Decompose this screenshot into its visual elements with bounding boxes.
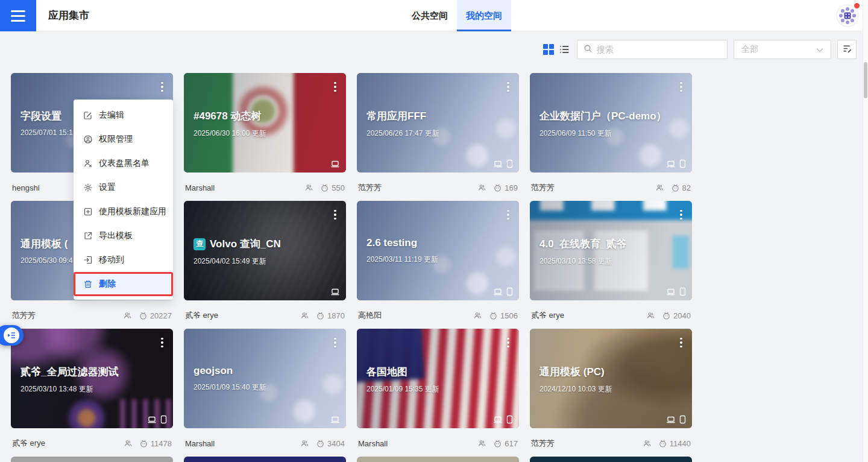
menu-item-permissions[interactable]: 权限管理 <box>74 127 173 151</box>
card-thumbnail[interactable]: 通用模板 (PC) 2024/12/10 10:03 更新 <box>530 329 692 428</box>
card-menu-button[interactable] <box>500 78 516 96</box>
laptop-icon <box>147 416 157 424</box>
menu-item-dashboard-blacklist[interactable]: 仪表盘黑名单 <box>74 151 173 176</box>
guide-play-icon <box>4 328 19 343</box>
phone-icon <box>679 159 686 168</box>
app-badge: 查 <box>193 238 206 250</box>
app-card[interactable]: 常用应用FFF 2025/06/26 17:47 更新 范芳芳 169 <box>357 73 519 201</box>
menu-item-settings[interactable]: 设置 <box>74 176 173 200</box>
app-card[interactable]: 查Volvo 查询_CN 2025/04/02 15:49 更新 贰爷 erye… <box>184 201 346 329</box>
card-thumbnail[interactable]: 贰爷_全局过滤器测试 2025/03/10 13:48 更新 <box>11 329 173 428</box>
laptop-icon <box>666 288 676 296</box>
menu-item-delete[interactable]: 删除 <box>74 272 173 296</box>
grid-view-icon[interactable] <box>543 44 554 55</box>
card-thumbnail[interactable]: #49678 动态树 2025/06/30 16:00 更新 <box>184 73 346 172</box>
card-thumbnail[interactable]: 查Volvo 查询_CN 2025/04/02 15:49 更新 <box>184 201 346 300</box>
views-count: 617 <box>505 439 518 448</box>
move-to-icon <box>83 255 93 265</box>
card-title-block: 各国地图 2025/01/09 15:35 更新 <box>366 365 503 394</box>
person-circle-icon <box>83 134 93 144</box>
app-card-partial[interactable] <box>357 457 519 462</box>
card-author: hengshi <box>12 183 40 192</box>
card-thumbnail[interactable]: geojson 2025/01/09 15:40 更新 <box>184 329 346 428</box>
filter-dropdown[interactable]: 全部 <box>734 40 831 59</box>
user-avatar[interactable] <box>836 4 859 27</box>
card-updated-date: 2025/01/09 15:35 更新 <box>366 384 503 394</box>
views-icon <box>662 311 671 320</box>
app-card[interactable]: 通用模板 (PC) 2024/12/10 10:03 更新 范芳芳 11440 <box>530 329 692 457</box>
views-icon <box>316 439 325 448</box>
supported-devices <box>330 288 340 296</box>
card-menu-button[interactable] <box>673 206 689 224</box>
card-thumbnail[interactable]: 2.6 testing 2025/03/11 11:19 更新 <box>357 201 519 300</box>
card-stats: 3404 <box>300 439 345 448</box>
card-footer: 范芳芳 11440 <box>530 428 692 457</box>
card-title: #49678 动态树 <box>193 109 330 123</box>
views-icon <box>320 183 329 192</box>
card-menu-button[interactable] <box>673 334 689 352</box>
hamburger-menu-button[interactable] <box>0 0 36 31</box>
chevron-down-icon <box>816 45 823 54</box>
card-menu-button[interactable] <box>327 206 343 224</box>
app-card[interactable]: 2.6 testing 2025/03/11 11:19 更新 高艳阳 1506 <box>357 201 519 329</box>
app-card[interactable]: geojson 2025/01/09 15:40 更新 Marshall 340… <box>184 329 346 457</box>
card-updated-date: 2025/06/30 16:00 更新 <box>193 128 330 139</box>
menu-item-label: 去编辑 <box>99 110 124 121</box>
card-title: geojson <box>193 365 330 377</box>
card-menu-button[interactable] <box>673 78 689 96</box>
app-card-partial[interactable] <box>11 457 173 462</box>
card-menu-button[interactable] <box>327 334 343 352</box>
views-icon <box>489 311 498 320</box>
assistant-float-button[interactable] <box>0 325 24 346</box>
tab-my-space[interactable]: 我的空间 <box>457 0 511 31</box>
list-view-icon[interactable] <box>559 44 570 55</box>
card-thumbnail[interactable]: 各国地图 2025/01/09 15:35 更新 <box>357 329 519 428</box>
menu-item-edit[interactable]: 去编辑 <box>74 103 173 127</box>
card-thumbnail[interactable]: 企业数据门户（PC-demo） 2025/06/09 11:50 更新 <box>530 73 692 172</box>
gear-icon <box>83 183 93 192</box>
card-updated-date: 2024/12/10 10:03 更新 <box>539 384 676 394</box>
views-count: 11440 <box>670 439 691 448</box>
users-icon <box>473 311 482 320</box>
card-footer: 贰爷 erye 1870 <box>184 300 346 329</box>
card-author: 范芳芳 <box>12 310 36 321</box>
app-card[interactable]: 4.0_在线教育_贰爷 2025/03/10 13:58 更新 贰爷 erye … <box>530 201 692 329</box>
card-title-block: 2.6 testing 2025/03/11 11:19 更新 <box>366 237 503 265</box>
app-card[interactable]: #49678 动态树 2025/06/30 16:00 更新 Marshall … <box>184 73 346 201</box>
card-thumbnail[interactable]: 4.0_在线教育_贰爷 2025/03/10 13:58 更新 <box>530 201 692 300</box>
card-thumbnail[interactable]: 常用应用FFF 2025/06/26 17:47 更新 <box>357 73 519 172</box>
page-scrollbar <box>863 0 868 462</box>
card-updated-date: 2025/04/02 15:49 更新 <box>193 256 330 267</box>
app-card-partial[interactable] <box>530 457 692 462</box>
edit-list-button[interactable] <box>837 40 857 59</box>
users-icon <box>300 439 309 448</box>
card-context-menu: 去编辑权限管理仪表盘黑名单设置使用模板新建应用导出模板移动到删除 <box>74 100 173 300</box>
app-card[interactable]: 贰爷_全局过滤器测试 2025/03/10 13:48 更新 贰爷 erye 1… <box>11 329 173 457</box>
card-menu-button[interactable] <box>154 78 170 96</box>
space-tabs: 公共空间 我的空间 <box>403 0 511 31</box>
menu-item-move-to[interactable]: 移动到 <box>74 248 173 272</box>
template-plus-icon <box>83 207 93 217</box>
phone-icon <box>506 287 513 296</box>
supported-devices <box>493 159 513 168</box>
search-input[interactable] <box>597 45 721 54</box>
users-icon <box>300 311 309 320</box>
tab-public-space[interactable]: 公共空间 <box>403 0 457 31</box>
card-updated-date: 2025/03/11 11:19 更新 <box>366 255 503 265</box>
views-count: 20227 <box>150 311 172 320</box>
app-card-partial[interactable] <box>184 457 346 462</box>
app-card[interactable]: 各国地图 2025/01/09 15:35 更新 Marshall 617 <box>357 329 519 457</box>
laptop-icon <box>493 288 503 296</box>
card-menu-button[interactable] <box>500 334 516 352</box>
card-menu-button[interactable] <box>500 206 516 224</box>
scrollbar-thumb[interactable] <box>864 62 867 98</box>
app-card[interactable]: 企业数据门户（PC-demo） 2025/06/09 11:50 更新 范芳芳 … <box>530 73 692 201</box>
laptop-icon <box>666 160 676 168</box>
menu-item-new-from-template[interactable]: 使用模板新建应用 <box>74 200 173 224</box>
card-title: 4.0_在线教育_贰爷 <box>539 237 676 251</box>
menu-item-export-template[interactable]: 导出模板 <box>74 224 173 248</box>
laptop-icon <box>330 160 340 168</box>
card-menu-button[interactable] <box>327 78 343 96</box>
card-menu-button[interactable] <box>154 334 170 352</box>
card-title: 常用应用FFF <box>366 109 503 123</box>
